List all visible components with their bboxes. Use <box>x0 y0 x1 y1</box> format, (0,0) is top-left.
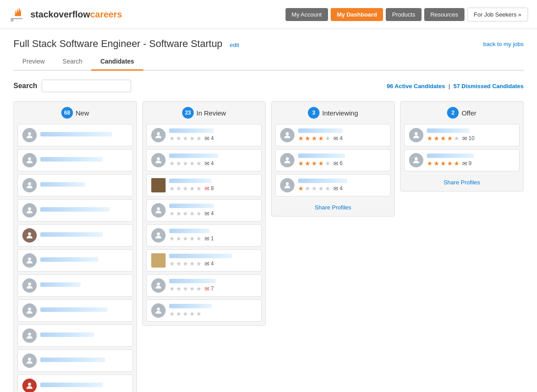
star-icon: ★ <box>183 310 188 317</box>
tab-preview[interactable]: Preview <box>13 53 54 71</box>
candidate-name-bar <box>40 383 103 387</box>
candidate-name-bar <box>298 179 347 183</box>
avatar <box>151 128 166 142</box>
avatar <box>280 128 294 142</box>
my-dashboard-button[interactable]: My Dashboard <box>331 8 384 21</box>
candidate-card[interactable] <box>17 299 133 322</box>
avatar <box>151 178 166 192</box>
mail-info: ✉ 10 <box>462 135 474 142</box>
card-info <box>40 207 128 213</box>
for-job-seekers-button[interactable]: For Job Seekers » <box>467 8 528 21</box>
candidate-card[interactable] <box>17 375 133 392</box>
star-icon: ★ <box>427 160 433 167</box>
candidate-card[interactable] <box>17 124 133 146</box>
back-to-jobs-link[interactable]: back to my jobs <box>483 41 524 47</box>
candidate-card[interactable]: ★★★★★ <box>146 299 262 322</box>
col-body-interviewing: ★★★★★ ✉ 4 ★★★★★ <box>272 124 394 216</box>
card-info: ★★★★★ ✉ 6 <box>298 153 386 167</box>
star-icon: ★ <box>298 160 304 167</box>
star-icon: ★ <box>196 285 202 292</box>
candidate-card[interactable] <box>17 199 133 222</box>
candidate-card[interactable] <box>17 224 133 247</box>
share-profiles-link[interactable]: Share Profiles <box>315 204 351 211</box>
mail-icon: ✉ <box>205 185 209 192</box>
star-icon: ★ <box>447 160 453 167</box>
mail-count: 4 <box>340 135 343 141</box>
star-icon: ★ <box>305 185 311 192</box>
mail-count: 4 <box>340 185 343 192</box>
card-info <box>40 182 128 188</box>
candidate-card[interactable] <box>17 324 133 347</box>
search-label: Search <box>13 82 37 90</box>
mail-count: 9 <box>469 160 472 166</box>
mail-count: 4 <box>211 260 214 267</box>
avatar <box>22 253 37 268</box>
star-icon: ★ <box>454 160 460 167</box>
card-info <box>40 257 128 264</box>
star-icon: ★ <box>183 160 188 167</box>
candidate-card[interactable]: ★★★★★ ✉ 7 <box>146 274 262 297</box>
candidate-card[interactable] <box>17 174 133 196</box>
candidate-card[interactable]: ★★★★★ ✉ 4 <box>275 124 391 146</box>
active-candidates-link[interactable]: 96 Active Candidates <box>387 83 447 89</box>
star-icon: ★ <box>305 135 311 142</box>
svg-point-5 <box>28 182 31 185</box>
search-input[interactable] <box>42 80 131 92</box>
star-icon: ★ <box>196 310 202 317</box>
candidate-card[interactable]: ★★★★★ ✉ 1 <box>146 224 262 247</box>
share-profiles-link[interactable]: Share Profiles <box>443 179 480 186</box>
mail-icon: ✉ <box>205 285 209 292</box>
card-info: ★★★★★ ✉ 10 <box>427 128 515 142</box>
candidate-name-bar <box>40 182 85 187</box>
mail-count: 4 <box>211 210 214 217</box>
star-icon: ★ <box>189 135 195 142</box>
star-icon: ★ <box>169 285 175 292</box>
star-icon: ★ <box>447 135 453 142</box>
candidate-card[interactable]: ★★★★★ ✉ 4 <box>146 124 262 146</box>
star-icon: ★ <box>196 210 202 217</box>
candidate-name-bar <box>169 229 209 233</box>
candidate-name-bar <box>169 254 232 258</box>
mail-count: 6 <box>340 160 343 166</box>
star-icon: ★ <box>325 185 331 192</box>
candidate-name-bar <box>40 257 98 262</box>
candidate-card[interactable]: ★★★★★ ✉ 4 <box>146 199 262 222</box>
card-info: ★★★★★ ✉ 9 <box>427 153 515 167</box>
star-icon: ★ <box>189 210 195 217</box>
tab-search[interactable]: Search <box>54 53 91 71</box>
share-profiles-row: Share Profiles <box>275 199 391 213</box>
candidate-card[interactable]: ★★★★★ ✉ 9 <box>404 149 520 171</box>
col-header-interviewing: 3 Interviewing <box>272 102 394 124</box>
candidate-card[interactable] <box>17 249 133 272</box>
tab-candidates[interactable]: Candidates <box>91 53 143 71</box>
candidate-card[interactable] <box>17 274 133 297</box>
my-account-button[interactable]: My Account <box>286 8 328 21</box>
mail-info: ✉ 4 <box>333 135 343 142</box>
col-label: Interviewing <box>322 109 358 117</box>
candidate-name-bar <box>169 153 218 158</box>
candidate-card[interactable] <box>17 149 133 171</box>
logo-icon <box>9 5 27 23</box>
edit-job-link[interactable]: edit <box>230 42 239 48</box>
card-info: ★★★★★ ✉ 8 <box>169 179 257 192</box>
candidate-card[interactable] <box>17 349 133 372</box>
mail-icon: ✉ <box>333 135 338 142</box>
star-icon: ★ <box>325 135 331 142</box>
card-info: ★★★★★ <box>169 304 257 317</box>
products-button[interactable]: Products <box>386 8 421 21</box>
candidate-card[interactable]: ★★★★★ ✉ 10 <box>404 124 520 146</box>
resources-button[interactable]: Resources <box>424 8 465 21</box>
candidate-card[interactable]: ★★★★★ ✉ 6 <box>275 149 391 171</box>
candidate-card[interactable]: ★★★★★ ✉ 4 <box>146 249 262 272</box>
col-header-new: 68 New <box>14 102 136 124</box>
candidate-card[interactable]: ★★★★★ ✉ 8 <box>146 174 262 196</box>
logo-text: stackoverflowcareers <box>30 9 122 20</box>
dismissed-candidates-link[interactable]: 57 Dismissed Candidates <box>453 83 524 89</box>
candidate-name-bar <box>169 279 216 283</box>
candidate-card[interactable]: ★★★★★ ✉ 4 <box>146 149 262 171</box>
card-info: ★★★★★ ✉ 4 <box>169 128 257 142</box>
search-row: Search 96 Active Candidates | 57 Dismiss… <box>13 80 524 92</box>
svg-point-4 <box>28 157 31 160</box>
star-icon: ★ <box>169 135 175 142</box>
candidate-card[interactable]: ★★★★★ ✉ 4 <box>275 174 391 196</box>
